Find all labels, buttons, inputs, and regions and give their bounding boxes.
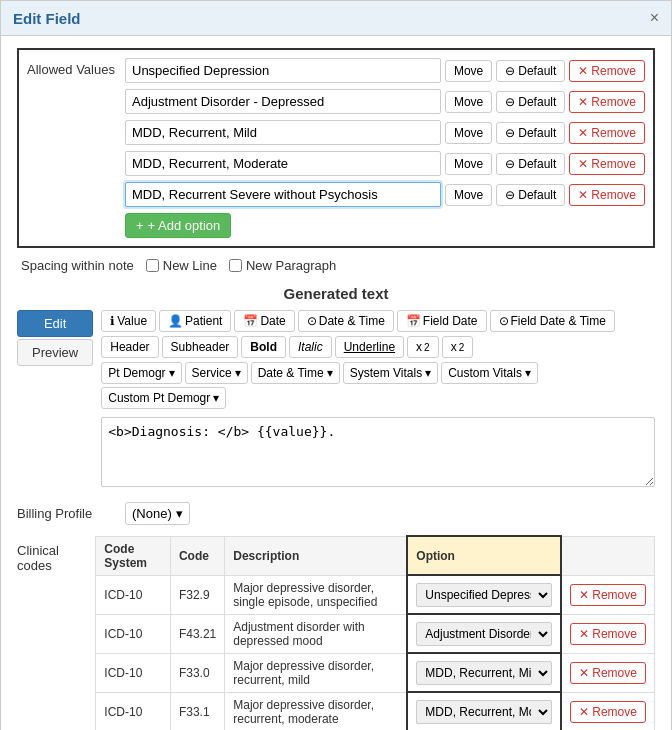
default-btn-5[interactable]: ⊖ Default	[496, 184, 565, 206]
date-time-btn[interactable]: ⊙ Date & Time	[298, 310, 394, 332]
tab-preview[interactable]: Preview	[17, 339, 93, 366]
clinical-codes-section: Clinical codes Code System Code Descript…	[17, 535, 655, 730]
remove-btn-3[interactable]: ✕ Remove	[569, 122, 645, 144]
add-option-label: + Add option	[148, 218, 221, 233]
generated-text-textarea[interactable]: <b>Diagnosis: </b> {{value}}.	[101, 417, 655, 487]
code-system-cell: ICD-10	[96, 614, 171, 653]
col-header-description: Description	[225, 536, 408, 575]
custom-vitals-dropdown[interactable]: Custom Vitals ▾	[441, 362, 538, 384]
chevron-down-icon: ▾	[176, 506, 183, 521]
date-btn[interactable]: 📅 Date	[234, 310, 294, 332]
billing-profile-row: Billing Profile (None) ▾	[17, 502, 655, 525]
col-header-code-system: Code System	[96, 536, 171, 575]
description-cell: Major depressive disorder, recurrent, mi…	[225, 653, 408, 692]
text-toolbar-wrapper: ℹ Value 👤 Patient 📅 Date ⊙ Date & Time 📅…	[101, 310, 655, 490]
option-select-4[interactable]: Unspecified Depression Adjustment Disord…	[416, 700, 552, 724]
x-icon: ✕	[578, 157, 588, 171]
allowed-value-input-1[interactable]	[125, 58, 441, 83]
code-cell: F33.1	[170, 692, 224, 730]
action-btn-row-4: Move ⊖ Default ✕ Remove	[445, 153, 645, 175]
clock2-icon: ⊙	[499, 314, 509, 328]
new-line-checkbox[interactable]	[146, 259, 159, 272]
italic-btn[interactable]: Italic	[289, 336, 332, 358]
patient-btn[interactable]: 👤 Patient	[159, 310, 231, 332]
clock-icon: ⊙	[307, 314, 317, 328]
subscript-btn[interactable]: x2	[407, 336, 439, 358]
field-date-btn[interactable]: 📅 Field Date	[397, 310, 487, 332]
remove-row-btn-2[interactable]: ✕ Remove	[570, 623, 646, 645]
x-icon: ✕	[578, 126, 588, 140]
move-btn-3[interactable]: Move	[445, 122, 492, 144]
superscript-btn[interactable]: x2	[442, 336, 474, 358]
description-cell: Adjustment disorder with depressed mood	[225, 614, 408, 653]
move-btn-4[interactable]: Move	[445, 153, 492, 175]
system-vitals-dropdown[interactable]: System Vitals ▾	[343, 362, 438, 384]
code-cell: F33.0	[170, 653, 224, 692]
allowed-value-input-4[interactable]	[125, 151, 441, 176]
field-date-time-btn[interactable]: ⊙ Field Date & Time	[490, 310, 615, 332]
allowed-values-label: Allowed Values	[27, 58, 117, 238]
remove-row-btn-3[interactable]: ✕ Remove	[570, 662, 646, 684]
chevron-down-icon: ▾	[169, 366, 175, 380]
move-btn-1[interactable]: Move	[445, 60, 492, 82]
option-select-1[interactable]: Unspecified Depression Adjustment Disord…	[416, 583, 552, 607]
x-icon: ✕	[578, 188, 588, 202]
billing-value: (None)	[132, 506, 172, 521]
allowed-value-row: Move ⊖ Default ✕ Remove	[125, 89, 645, 114]
x-icon: ✕	[578, 95, 588, 109]
table-row: ICD-10 F32.9 Major depressive disorder, …	[96, 575, 655, 614]
move-btn-5[interactable]: Move	[445, 184, 492, 206]
option-select-2[interactable]: Unspecified Depression Adjustment Disord…	[416, 622, 552, 646]
remove-btn-1[interactable]: ✕ Remove	[569, 60, 645, 82]
remove-row-btn-1[interactable]: ✕ Remove	[570, 584, 646, 606]
remove-btn-4[interactable]: ✕ Remove	[569, 153, 645, 175]
info-icon: ℹ	[110, 314, 115, 328]
allowed-value-input-2[interactable]	[125, 89, 441, 114]
default-btn-2[interactable]: ⊖ Default	[496, 91, 565, 113]
chevron-down-icon: ▾	[525, 366, 531, 380]
chevron-down-icon: ▾	[213, 391, 219, 405]
minus-icon: ⊖	[505, 188, 515, 202]
new-line-label[interactable]: New Line	[146, 258, 217, 273]
allowed-value-input-5[interactable]	[125, 182, 441, 207]
remove-btn-2[interactable]: ✕ Remove	[569, 91, 645, 113]
option-select-3[interactable]: Unspecified Depression Adjustment Disord…	[416, 661, 552, 685]
option-cell: Unspecified Depression Adjustment Disord…	[407, 653, 561, 692]
bold-btn[interactable]: Bold	[241, 336, 286, 358]
allowed-value-input-3[interactable]	[125, 120, 441, 145]
underline-btn[interactable]: Underline	[335, 336, 404, 358]
minus-icon: ⊖	[505, 64, 515, 78]
default-btn-1[interactable]: ⊖ Default	[496, 60, 565, 82]
default-btn-3[interactable]: ⊖ Default	[496, 122, 565, 144]
edit-preview-tabs: Edit Preview	[17, 310, 93, 366]
new-paragraph-checkbox[interactable]	[229, 259, 242, 272]
remove-btn-5[interactable]: ✕ Remove	[569, 184, 645, 206]
action-btn-row-5: Move ⊖ Default ✕ Remove	[445, 184, 645, 206]
remove-row-btn-4[interactable]: ✕ Remove	[570, 701, 646, 723]
add-option-button[interactable]: + + Add option	[125, 213, 231, 238]
default-btn-4[interactable]: ⊖ Default	[496, 153, 565, 175]
service-dropdown[interactable]: Service ▾	[185, 362, 248, 384]
modal-close-button[interactable]: ×	[650, 9, 659, 27]
x-icon: ✕	[579, 705, 589, 719]
code-cell: F43.21	[170, 614, 224, 653]
col-header-code: Code	[170, 536, 224, 575]
date-time-dropdown[interactable]: Date & Time ▾	[251, 362, 340, 384]
header-btn[interactable]: Header	[101, 336, 158, 358]
tab-edit[interactable]: Edit	[17, 310, 93, 337]
move-btn-2[interactable]: Move	[445, 91, 492, 113]
new-paragraph-label[interactable]: New Paragraph	[229, 258, 336, 273]
pt-demogr-dropdown[interactable]: Pt Demogr ▾	[101, 362, 181, 384]
custom-pt-demogr-dropdown[interactable]: Custom Pt Demogr ▾	[101, 387, 226, 409]
code-system-cell: ICD-10	[96, 692, 171, 730]
allowed-value-row: Move ⊖ Default ✕ Remove	[125, 58, 645, 83]
spacing-label: Spacing within note	[21, 258, 134, 273]
allowed-value-row: Move ⊖ Default ✕ Remove	[125, 120, 645, 145]
value-btn[interactable]: ℹ Value	[101, 310, 156, 332]
generated-text-title: Generated text	[17, 285, 655, 302]
calendar-icon: 📅	[243, 314, 258, 328]
action-btn-row-3: Move ⊖ Default ✕ Remove	[445, 122, 645, 144]
billing-profile-dropdown[interactable]: (None) ▾	[125, 502, 190, 525]
minus-icon: ⊖	[505, 126, 515, 140]
subheader-btn[interactable]: Subheader	[162, 336, 239, 358]
